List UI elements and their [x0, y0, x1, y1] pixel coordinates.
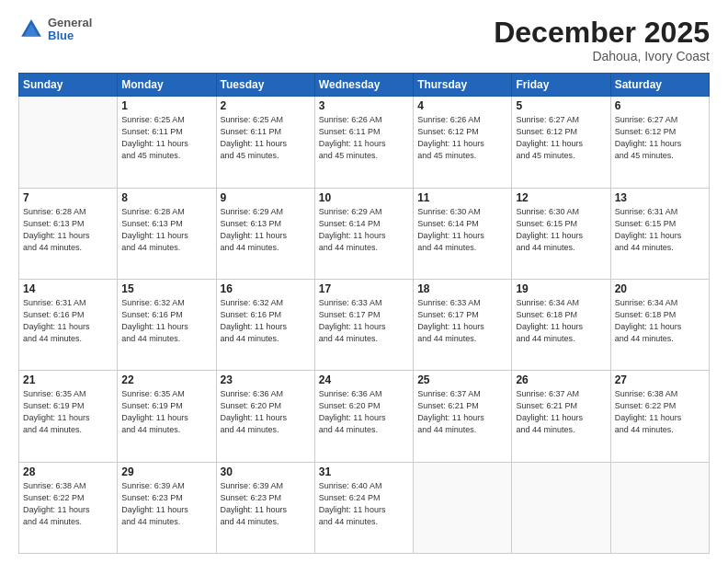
- day-info: Sunrise: 6:36 AM Sunset: 6:20 PM Dayligh…: [319, 388, 409, 436]
- day-number: 8: [121, 191, 211, 204]
- day-number: 11: [417, 191, 507, 204]
- day-number: 22: [121, 373, 211, 386]
- calendar-week-1: 7Sunrise: 6:28 AM Sunset: 6:13 PM Daylig…: [19, 188, 710, 279]
- calendar-cell: 6Sunrise: 6:27 AM Sunset: 6:12 PM Daylig…: [610, 97, 709, 188]
- calendar-cell: 5Sunrise: 6:27 AM Sunset: 6:12 PM Daylig…: [512, 97, 610, 188]
- day-number: 29: [121, 465, 211, 478]
- day-number: 10: [319, 191, 409, 204]
- calendar-cell: 18Sunrise: 6:33 AM Sunset: 6:17 PM Dayli…: [414, 279, 512, 370]
- calendar-cell: 2Sunrise: 6:25 AM Sunset: 6:11 PM Daylig…: [216, 97, 314, 188]
- calendar-cell: 30Sunrise: 6:39 AM Sunset: 6:23 PM Dayli…: [216, 462, 314, 553]
- day-number: 20: [615, 282, 705, 295]
- title-block: December 2025 Dahoua, Ivory Coast: [494, 17, 710, 63]
- day-info: Sunrise: 6:38 AM Sunset: 6:22 PM Dayligh…: [615, 388, 705, 436]
- day-number: 6: [615, 99, 705, 112]
- calendar-cell: 31Sunrise: 6:40 AM Sunset: 6:24 PM Dayli…: [314, 462, 413, 553]
- day-number: 30: [221, 465, 311, 478]
- day-info: Sunrise: 6:36 AM Sunset: 6:20 PM Dayligh…: [221, 388, 311, 436]
- day-number: 1: [121, 99, 211, 112]
- calendar-cell: 3Sunrise: 6:26 AM Sunset: 6:11 PM Daylig…: [314, 97, 413, 188]
- day-info: Sunrise: 6:30 AM Sunset: 6:14 PM Dayligh…: [417, 206, 507, 254]
- header-wednesday: Wednesday: [314, 74, 413, 97]
- day-info: Sunrise: 6:31 AM Sunset: 6:15 PM Dayligh…: [615, 206, 705, 254]
- day-info: Sunrise: 6:40 AM Sunset: 6:24 PM Dayligh…: [319, 480, 409, 528]
- day-info: Sunrise: 6:26 AM Sunset: 6:12 PM Dayligh…: [417, 114, 507, 162]
- day-number: 12: [516, 191, 606, 204]
- header-saturday: Saturday: [610, 74, 709, 97]
- day-info: Sunrise: 6:35 AM Sunset: 6:19 PM Dayligh…: [23, 388, 113, 436]
- day-info: Sunrise: 6:29 AM Sunset: 6:13 PM Dayligh…: [221, 206, 311, 254]
- logo-icon: [18, 17, 44, 42]
- day-info: Sunrise: 6:27 AM Sunset: 6:12 PM Dayligh…: [615, 114, 705, 162]
- calendar-cell: 7Sunrise: 6:28 AM Sunset: 6:13 PM Daylig…: [19, 188, 118, 279]
- day-number: 16: [221, 282, 311, 295]
- day-number: 31: [319, 465, 409, 478]
- header-sunday: Sunday: [19, 74, 118, 97]
- header-monday: Monday: [118, 74, 216, 97]
- calendar-cell: 22Sunrise: 6:35 AM Sunset: 6:19 PM Dayli…: [118, 371, 216, 462]
- logo-text: General Blue: [48, 17, 92, 43]
- logo: General Blue: [18, 17, 92, 43]
- day-number: 17: [319, 282, 409, 295]
- day-info: Sunrise: 6:29 AM Sunset: 6:14 PM Dayligh…: [319, 206, 409, 254]
- day-info: Sunrise: 6:25 AM Sunset: 6:11 PM Dayligh…: [121, 114, 211, 162]
- calendar-cell: 26Sunrise: 6:37 AM Sunset: 6:21 PM Dayli…: [512, 371, 610, 462]
- day-number: 28: [23, 465, 113, 478]
- day-number: 25: [417, 373, 507, 386]
- day-info: Sunrise: 6:33 AM Sunset: 6:17 PM Dayligh…: [319, 297, 409, 345]
- calendar-cell: 27Sunrise: 6:38 AM Sunset: 6:22 PM Dayli…: [610, 371, 709, 462]
- calendar-cell: 15Sunrise: 6:32 AM Sunset: 6:16 PM Dayli…: [118, 279, 216, 370]
- calendar-cell: 8Sunrise: 6:28 AM Sunset: 6:13 PM Daylig…: [118, 188, 216, 279]
- day-number: 9: [221, 191, 311, 204]
- calendar-cell: 14Sunrise: 6:31 AM Sunset: 6:16 PM Dayli…: [19, 279, 118, 370]
- calendar-cell: 24Sunrise: 6:36 AM Sunset: 6:20 PM Dayli…: [314, 371, 413, 462]
- calendar-cell: 17Sunrise: 6:33 AM Sunset: 6:17 PM Dayli…: [314, 279, 413, 370]
- calendar-cell: 10Sunrise: 6:29 AM Sunset: 6:14 PM Dayli…: [314, 188, 413, 279]
- day-info: Sunrise: 6:25 AM Sunset: 6:11 PM Dayligh…: [221, 114, 311, 162]
- calendar-cell: 12Sunrise: 6:30 AM Sunset: 6:15 PM Dayli…: [512, 188, 610, 279]
- calendar-cell: [512, 462, 610, 553]
- header: General Blue December 2025 Dahoua, Ivory…: [18, 17, 710, 63]
- day-info: Sunrise: 6:30 AM Sunset: 6:15 PM Dayligh…: [516, 206, 606, 254]
- day-info: Sunrise: 6:39 AM Sunset: 6:23 PM Dayligh…: [221, 480, 311, 528]
- page: General Blue December 2025 Dahoua, Ivory…: [0, 0, 728, 563]
- header-thursday: Thursday: [414, 74, 512, 97]
- day-number: 2: [221, 99, 311, 112]
- day-info: Sunrise: 6:27 AM Sunset: 6:12 PM Dayligh…: [516, 114, 606, 162]
- calendar-cell: 9Sunrise: 6:29 AM Sunset: 6:13 PM Daylig…: [216, 188, 314, 279]
- header-tuesday: Tuesday: [216, 74, 314, 97]
- day-info: Sunrise: 6:39 AM Sunset: 6:23 PM Dayligh…: [121, 480, 211, 528]
- day-number: 4: [417, 99, 507, 112]
- calendar-week-2: 14Sunrise: 6:31 AM Sunset: 6:16 PM Dayli…: [19, 279, 710, 370]
- day-number: 26: [516, 373, 606, 386]
- calendar-week-3: 21Sunrise: 6:35 AM Sunset: 6:19 PM Dayli…: [19, 371, 710, 462]
- day-info: Sunrise: 6:31 AM Sunset: 6:16 PM Dayligh…: [23, 297, 113, 345]
- calendar-cell: 13Sunrise: 6:31 AM Sunset: 6:15 PM Dayli…: [610, 188, 709, 279]
- day-number: 27: [615, 373, 705, 386]
- calendar-cell: 20Sunrise: 6:34 AM Sunset: 6:18 PM Dayli…: [610, 279, 709, 370]
- calendar-week-0: 1Sunrise: 6:25 AM Sunset: 6:11 PM Daylig…: [19, 97, 710, 188]
- day-number: 21: [23, 373, 113, 386]
- day-info: Sunrise: 6:28 AM Sunset: 6:13 PM Dayligh…: [121, 206, 211, 254]
- calendar-cell: 28Sunrise: 6:38 AM Sunset: 6:22 PM Dayli…: [19, 462, 118, 553]
- day-number: 15: [121, 282, 211, 295]
- calendar-cell: 23Sunrise: 6:36 AM Sunset: 6:20 PM Dayli…: [216, 371, 314, 462]
- calendar-cell: 11Sunrise: 6:30 AM Sunset: 6:14 PM Dayli…: [414, 188, 512, 279]
- day-info: Sunrise: 6:34 AM Sunset: 6:18 PM Dayligh…: [615, 297, 705, 345]
- calendar-cell: 19Sunrise: 6:34 AM Sunset: 6:18 PM Dayli…: [512, 279, 610, 370]
- day-info: Sunrise: 6:32 AM Sunset: 6:16 PM Dayligh…: [121, 297, 211, 345]
- day-info: Sunrise: 6:38 AM Sunset: 6:22 PM Dayligh…: [23, 480, 113, 528]
- calendar-cell: 16Sunrise: 6:32 AM Sunset: 6:16 PM Dayli…: [216, 279, 314, 370]
- day-info: Sunrise: 6:34 AM Sunset: 6:18 PM Dayligh…: [516, 297, 606, 345]
- weekday-header-row: Sunday Monday Tuesday Wednesday Thursday…: [19, 74, 710, 97]
- calendar-week-4: 28Sunrise: 6:38 AM Sunset: 6:22 PM Dayli…: [19, 462, 710, 553]
- day-info: Sunrise: 6:35 AM Sunset: 6:19 PM Dayligh…: [121, 388, 211, 436]
- calendar-cell: 25Sunrise: 6:37 AM Sunset: 6:21 PM Dayli…: [414, 371, 512, 462]
- calendar-cell: [414, 462, 512, 553]
- day-number: 14: [23, 282, 113, 295]
- month-title: December 2025: [494, 17, 710, 49]
- calendar-cell: [610, 462, 709, 553]
- logo-general: General: [48, 17, 92, 29]
- calendar-cell: 29Sunrise: 6:39 AM Sunset: 6:23 PM Dayli…: [118, 462, 216, 553]
- day-number: 7: [23, 191, 113, 204]
